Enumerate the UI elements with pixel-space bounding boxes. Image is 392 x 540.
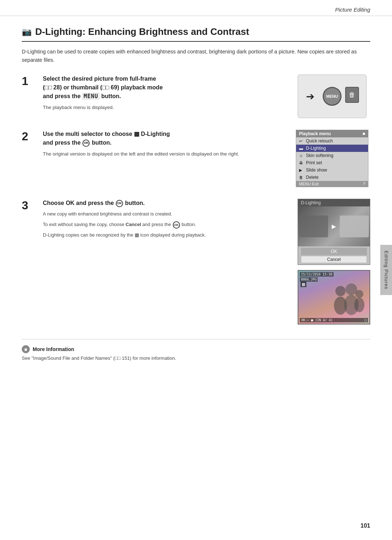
menu-item-quick-retouch: ↩ Quick retouch	[296, 137, 368, 145]
menu-item-label-5: Slide show	[306, 168, 327, 173]
photo-frame-num: □	[365, 318, 367, 322]
menu-item-delete: 🗑 Delete	[296, 174, 368, 181]
dlighting-screen-title: D-Lighting	[298, 199, 370, 206]
ok-circle-icon: OK	[82, 140, 90, 147]
dlighting-arrow-icon: ►	[330, 222, 338, 231]
chapter-title: 📷 D-Lighting: Enhancing Brightness and C…	[22, 26, 370, 42]
playback-menu-title-text: Playback menu	[299, 131, 331, 136]
svg-point-4	[355, 290, 363, 298]
step-3: 3 Choose OK and press the OK button. A n…	[22, 199, 370, 325]
step-2-number: 2	[22, 130, 36, 187]
step-3-desc-1: A new copy with enhanced brightness and …	[43, 210, 290, 218]
step-3-desc-2: To exit without saving the copy, choose …	[43, 221, 290, 229]
step-2-content: Use the multi selector to choose ▩ D-Lig…	[43, 130, 370, 187]
photo-counter: OK:✓ ■ [IN 4/ 4]	[301, 318, 333, 322]
intro-text: D-Lighting can be used to create copies …	[22, 48, 370, 64]
playback-menu-help: ?	[363, 182, 365, 186]
step-3-images: D-Lighting ► OK Cancel	[298, 199, 370, 325]
quick-retouch-icon: ↩	[299, 139, 304, 144]
step-2-text: Use the multi selector to choose ▩ D-Lig…	[43, 130, 287, 158]
photo-filename: 0004.JPG	[300, 277, 318, 282]
more-info-icon: ■	[22, 345, 30, 353]
dlighting-cancel-btn[interactable]: Cancel	[301, 256, 367, 263]
menu-item-label-6: Delete	[306, 175, 319, 180]
slide-show-icon: ▶	[299, 168, 304, 173]
chapter-icon: 📷	[22, 27, 32, 37]
delete-button-icon: 🗑	[345, 87, 359, 103]
menu-item-label-2: D-Lighting	[306, 146, 326, 151]
page: Picture Editing 📷 D-Lighting: Enhancing …	[0, 0, 392, 540]
print-set-icon: 🖶	[299, 161, 304, 165]
skin-softening-icon: ☺	[299, 153, 304, 158]
photo-thumbnail-diagram: 15/11/2010 15:30 0004.JPG ▩	[298, 270, 370, 325]
chapter-title-text: D-Lighting: Enhancing Brightness and Con…	[35, 26, 249, 37]
more-info-title: ■ More Information	[22, 345, 370, 353]
dlighting-button-group: OK Cancel	[298, 246, 370, 265]
side-tab: Editing Pictures	[380, 245, 392, 295]
photo-datetime: 15/11/2010 15:30	[300, 272, 334, 277]
camera-arrow-icon: ➔	[306, 90, 314, 102]
step-3-text: Choose OK and press the OK button. A new…	[43, 199, 290, 239]
step-3-title: Choose OK and press the OK button.	[43, 199, 290, 207]
photo-dlighting-icon: ▩	[301, 282, 306, 287]
dlighting-after-map	[340, 215, 369, 237]
playback-menu-footer: MENU Exit ?	[296, 181, 368, 187]
main-content: 📷 D-Lighting: Enhancing Brightness and C…	[0, 16, 392, 375]
step-3-desc-3: D-Lighting copies can be recognized by t…	[43, 231, 290, 239]
step-2-desc: The original version is displayed on the…	[43, 150, 287, 158]
menu-key: MENU	[82, 93, 99, 100]
header-title: Picture Editing	[335, 7, 370, 13]
page-number: 101	[360, 523, 370, 529]
playback-menu-title: Playback menu ■	[296, 130, 368, 137]
svg-point-5	[354, 298, 364, 312]
step-1-number: 1	[22, 74, 36, 118]
step-2-body: Use the multi selector to choose ▩ D-Lig…	[43, 130, 370, 187]
playback-menu-dot: ■	[363, 131, 365, 136]
step-2-title: Use the multi selector to choose ▩ D-Lig…	[43, 130, 287, 147]
step-2-image: Playback menu ■ ↩ Quick retouch ▬ D-Ligh…	[294, 130, 370, 187]
playback-menu-diagram: Playback menu ■ ↩ Quick retouch ▬ D-Ligh…	[296, 130, 368, 187]
dlighting-ok-btn[interactable]: OK	[301, 248, 367, 255]
camera-buttons-diagram: ➔ MENU 🗑	[298, 74, 367, 118]
more-info-title-text: More Information	[33, 346, 74, 352]
camera-btn-group: MENU 🗑	[323, 87, 359, 106]
dlighting-screen-content: ►	[298, 206, 370, 246]
page-header: Picture Editing	[0, 0, 392, 16]
more-info-text: See "Image/Sound File and Folder Names" …	[22, 355, 370, 361]
step-1-title: Select the desired picture from full-fra…	[43, 74, 287, 101]
step-1-image: ➔ MENU 🗑	[294, 74, 370, 118]
svg-point-0	[335, 286, 346, 296]
more-info-section: ■ More Information See "Image/Sound File…	[22, 339, 370, 361]
step-3-number: 3	[22, 199, 36, 325]
photo-hud-bottom: OK:✓ ■ [IN 4/ 4] □	[300, 318, 368, 322]
step-1-body: Select the desired picture from full-fra…	[43, 74, 287, 118]
menu-item-skin-softening: ☺ Skin softening	[296, 152, 368, 159]
menu-item-label-3: Skin softening	[306, 153, 333, 158]
menu-item-print-set: 🖶 Print set	[296, 159, 368, 166]
menu-item-label-1: Quick retouch	[306, 138, 333, 144]
ok-circle-icon-3: OK	[173, 221, 180, 229]
people-silhouette-icon	[330, 280, 366, 317]
dlighting-screen-diagram: D-Lighting ► OK Cancel	[298, 199, 370, 265]
dlighting-before-map	[299, 215, 328, 237]
delete-menu-icon: 🗑	[299, 175, 304, 180]
ok-circle-icon-2: OK	[116, 200, 123, 207]
dlighting-menu-icon: ▬	[299, 146, 304, 150]
step-3-body: Choose OK and press the OK button. A new…	[43, 199, 370, 325]
step-1: 1 Select the desired picture from full-f…	[22, 74, 370, 118]
step-1-desc: The playback menu is displayed.	[43, 104, 287, 112]
side-tab-label: Editing Pictures	[384, 251, 389, 289]
step-2: 2 Use the multi selector to choose ▩ D-L…	[22, 130, 370, 187]
menu-item-dlighting: ▬ D-Lighting	[296, 145, 368, 152]
menu-button-icon: MENU	[323, 87, 342, 106]
playback-menu-exit: MENU Exit	[299, 182, 319, 186]
menu-item-label-4: Print set	[306, 160, 322, 165]
step-3-content: Choose OK and press the OK button. A new…	[43, 199, 370, 325]
menu-item-slide-show: ▶ Slide show	[296, 166, 368, 174]
